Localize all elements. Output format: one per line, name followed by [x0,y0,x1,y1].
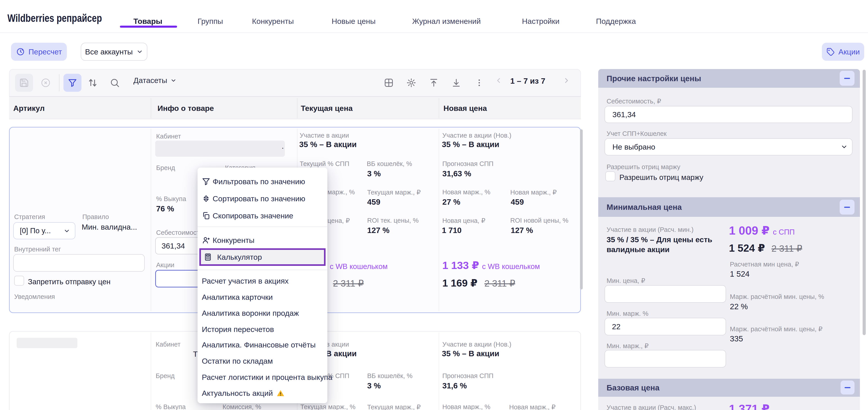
chevron-down-icon [170,77,177,84]
page-prev-button[interactable] [495,76,503,86]
filter-button[interactable] [63,74,82,92]
search-icon [110,77,120,88]
menu-item-promo-actuality[interactable]: Актуальность акций [197,385,328,401]
min-margin-rub-input[interactable] [604,350,726,368]
column-header-new-price[interactable]: Новая цена [443,104,487,113]
gear-icon [406,77,416,88]
nav-tab-products[interactable]: Товары [133,17,162,26]
current-roi-value: 127 % [367,226,390,235]
spp-wallet-mode-value: Не выбрано [612,143,655,151]
new-roi-label: ROI новой цены, % [510,217,568,224]
new-participation-label: Участие в акции (Нов.) [442,132,512,139]
menu-divider [197,270,328,270]
menu-item-logistics-calc[interactable]: Расчет логистики и процента выкупа [197,369,328,385]
active-tab-underline [120,26,177,28]
more-options-button[interactable] [470,74,488,92]
column-header-article[interactable]: Артикул [13,104,45,113]
min-margin-pct-input[interactable] [604,318,726,335]
new-participation-label: Участие в акции (Нов.) [442,341,512,348]
nav-tab-settings[interactable]: Настройки [522,17,560,26]
datasets-label: Датасеты [133,76,167,85]
strategy-value: [0] По у... [20,226,51,235]
brand-label: Бренд [156,164,175,171]
download-button[interactable] [447,74,465,92]
table-settings-button[interactable] [402,74,420,92]
cabinet-value-redacted [155,140,285,157]
menu-item-sales-funnel-analytics[interactable]: Аналитика воронки продаж [197,305,328,321]
recalc-button[interactable]: Пересчет [11,43,67,61]
column-header-info[interactable]: Инфо о товаре [157,104,214,113]
forecast-spp-label: Прогнозная СПП [442,160,493,167]
neg-margin-checkbox[interactable] [606,171,615,181]
cabinet-label: Кабинет [156,341,180,348]
menu-item-filter-by-value[interactable]: Фильтровать по значению [197,174,328,190]
page-next-button[interactable] [562,76,570,86]
upload-button[interactable] [425,74,443,92]
menu-item-copy-value[interactable]: Скопировать значение [197,208,328,224]
commission-label: Комиссия, % [222,403,261,410]
table-scrollbar[interactable] [580,129,583,289]
menu-item-warehouse-stock[interactable]: Остатки по складам [197,353,328,369]
sort-arrows-icon [87,77,98,88]
accounts-dropdown[interactable]: Все аккаунты [81,43,147,61]
margin-calc-min-rub-value: 335 [730,334,743,343]
nav-tab-new-prices[interactable]: Новые цены [332,17,376,26]
nav-tab-support[interactable]: Поддержка [596,17,636,26]
collapse-base-price-button[interactable] [841,381,855,395]
margin-calc-min-pct-value: 22 % [730,302,748,311]
menu-item-promo-participation-calc[interactable]: Расчет участия в акциях [197,273,328,289]
cost-input-value: 361,34 [161,242,185,250]
save-button[interactable] [15,74,33,92]
filter-icon [202,177,210,186]
rule-label: Правило [82,213,109,221]
app-logo: Wildberries репрайсер [7,12,102,24]
current-spp-label: Текущий % СПП [300,160,349,167]
nav-tab-competitors[interactable]: Конкуренты [252,17,294,26]
forbid-prices-checkbox[interactable] [14,276,24,286]
download-icon [451,77,461,88]
tag-icon [826,48,835,56]
current-margin-rub-label: Текущая марж., ₽ [367,188,421,196]
brand-label: Бренд [156,372,175,380]
menu-item-card-analytics[interactable]: Аналитика карточки [197,289,328,305]
page-scrollbar[interactable] [863,70,866,335]
section-min-price-header[interactable]: Минимальная цена [598,197,860,217]
cancel-button[interactable] [37,74,55,92]
accounts-label: Все аккаунты [85,48,133,56]
collapse-min-price-button[interactable] [840,200,855,215]
search-button[interactable] [106,74,124,92]
min-margin-pct-label: Мин. марж. % [607,310,648,317]
calculator-icon [204,253,212,261]
kebab-menu-icon [475,78,484,88]
section-other-price-settings-header[interactable]: Прочие настройки цены [598,69,860,88]
section-title: Прочие настройки цены [607,74,701,83]
nav-tab-changelog[interactable]: Журнал изменений [412,17,481,26]
collapse-other-settings-button[interactable] [840,71,855,86]
grid-view-button[interactable] [380,74,398,92]
min-price-input[interactable] [604,285,726,303]
sort-icon [202,194,210,203]
promos-button[interactable]: Акции [822,43,864,61]
menu-item-calculator-highlight[interactable]: Калькулятор [199,248,326,266]
new-margin-rub-value: 459 [511,197,524,207]
menu-item-sort-by-value[interactable]: Сортировать по значению [197,190,328,207]
internal-tag-input[interactable] [13,254,145,272]
forbid-prices-label: Запретить отправку цен [28,278,111,286]
forecast-spp-value: 31,6 % [442,381,467,390]
column-header-current-price[interactable]: Текущая цена [301,104,352,113]
panel-cost-input[interactable] [604,106,852,123]
section-base-price-header[interactable]: Базовая цена [598,379,860,397]
wallet-label: ВБ кошелёк, % [367,160,412,167]
menu-item-financial-reports[interactable]: Аналитика. Финансовые отчёты [197,337,328,353]
cabinet-value: Т [193,350,198,358]
nav-tab-groups[interactable]: Группы [197,17,223,26]
forecast-spp-value: 31,63 % [442,169,471,178]
sort-button[interactable] [84,74,102,92]
base-spp-price: 1 371 ₽ [729,402,770,410]
new-participation-value: 35 % – В акции [442,140,499,149]
menu-item-competitors[interactable]: Конкуренты [197,232,328,248]
menu-item-recalc-history[interactable]: История пересчетов [197,321,328,337]
calc-min-price-label: Расчетная мин цена, ₽ [730,260,799,268]
datasets-dropdown[interactable]: Датасеты [133,76,177,85]
grid-icon [383,77,394,88]
